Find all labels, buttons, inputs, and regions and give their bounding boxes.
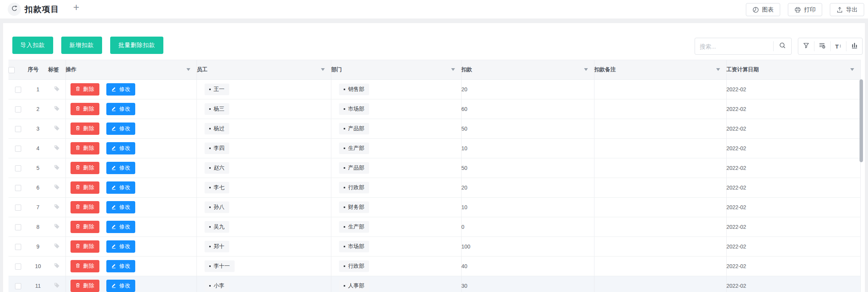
export-button[interactable]: 导出 [830,3,864,16]
row-checkbox[interactable] [15,205,21,211]
add-tab-button[interactable]: + [73,2,79,13]
chip-dot [344,89,345,90]
delete-button[interactable]: 删除 [71,201,99,213]
tag-icon[interactable] [54,86,60,93]
tag-icon[interactable] [54,262,60,270]
delete-button[interactable]: 删除 [71,280,99,292]
header-note: 扣款备注 [594,60,726,80]
tag-icon[interactable] [54,125,60,133]
batch-delete-button[interactable]: 批量删除扣款 [110,37,163,54]
delete-button[interactable]: 删除 [71,123,99,135]
delete-button[interactable]: 删除 [71,221,99,233]
filter-tool[interactable] [798,41,814,51]
edit-button[interactable]: 修改 [106,83,135,96]
row-checkbox[interactable] [15,185,21,191]
filter-caret-department[interactable] [451,68,455,73]
row-tag-cell [48,158,65,178]
filter-caret-actions[interactable] [186,68,190,73]
search-submit[interactable] [773,41,791,51]
table-settings-tool[interactable] [814,41,830,51]
chart-button[interactable]: 图表 [746,3,780,16]
row-checkbox[interactable] [15,106,21,112]
column-chart-tool[interactable] [846,41,862,51]
row-department-cell: 生产部 [331,217,461,237]
edit-button[interactable]: 修改 [106,201,135,213]
employee-chip: 李七 [205,182,229,193]
print-button[interactable]: 打印 [788,3,822,16]
row-date: 2022-02 [726,178,860,198]
edit-button[interactable]: 修改 [106,142,135,154]
edit-button[interactable]: 修改 [106,123,135,135]
pencil-icon [111,125,116,132]
tag-icon[interactable] [54,184,60,191]
row-index: 11 [28,276,48,292]
tag-icon[interactable] [54,223,60,231]
header-date: 工资计算日期 [726,60,860,80]
row-actions-cell: 删除 修改 [65,178,196,198]
edit-button[interactable]: 修改 [106,181,135,194]
chip-dot [209,167,211,169]
edit-button[interactable]: 修改 [106,240,135,253]
tag-icon[interactable] [54,105,60,113]
delete-button[interactable]: 删除 [71,240,99,253]
delete-button[interactable]: 删除 [71,83,99,96]
row-department-cell: 产品部 [331,119,461,139]
import-deduction-button[interactable]: 导入扣款 [12,37,53,54]
chip-dot [209,108,211,110]
row-index: 5 [28,158,48,178]
filter-caret-date[interactable] [850,68,854,73]
delete-button-label: 删除 [83,263,95,270]
vertical-scrollbar[interactable] [860,79,863,162]
department-name: 生产部 [348,145,364,152]
row-checkbox[interactable] [15,283,21,289]
row-checkbox[interactable] [15,165,21,171]
filter-caret-employee[interactable] [321,68,325,73]
tag-icon[interactable] [54,203,60,211]
delete-button[interactable]: 删除 [71,260,99,272]
edit-button[interactable]: 修改 [106,221,135,233]
row-index: 1 [28,80,48,99]
table-row: 7 删除 [8,198,860,217]
edit-button[interactable]: 修改 [106,280,135,292]
select-all-checkbox[interactable] [8,67,15,73]
tag-icon[interactable] [54,164,60,172]
tag-icon[interactable] [54,243,60,250]
refresh-button[interactable] [8,3,21,16]
delete-button-label: 删除 [83,86,95,93]
text-size-tool[interactable]: T↕ [830,41,846,51]
tag-icon[interactable] [54,282,60,290]
row-checkbox[interactable] [15,244,21,250]
edit-button-label: 修改 [119,243,131,250]
employee-name: 郑十 [214,243,225,250]
filter-caret-amount[interactable] [584,68,588,73]
search-input[interactable] [695,43,773,50]
delete-button[interactable]: 删除 [71,181,99,194]
filter-caret-note[interactable] [716,68,720,73]
row-checkbox[interactable] [15,87,21,93]
row-index: 8 [28,217,48,237]
edit-button[interactable]: 修改 [106,162,135,174]
row-tag-cell [48,198,65,217]
delete-button[interactable]: 删除 [71,162,99,174]
edit-button[interactable]: 修改 [106,103,135,115]
row-actions-cell: 删除 修改 [65,276,196,292]
tag-icon[interactable] [54,144,60,152]
row-actions-cell: 删除 修改 [65,99,196,119]
delete-button[interactable]: 删除 [71,142,99,154]
row-checkbox[interactable] [15,126,21,132]
trash-icon [75,223,81,230]
edit-button[interactable]: 修改 [106,260,135,272]
row-checkbox[interactable] [15,263,21,270]
row-amount: 100 [461,237,594,257]
row-amount: 50 [461,119,594,139]
row-index: 10 [28,257,48,276]
row-department-cell: 生产部 [331,139,461,158]
add-deduction-button[interactable]: 新增扣款 [61,37,102,54]
delete-button[interactable]: 删除 [71,103,99,115]
pie-chart-icon [752,7,759,13]
row-checkbox[interactable] [15,146,21,152]
row-select-cell [8,198,28,217]
header-employee-label: 员工 [197,66,208,72]
row-date: 2022-02 [726,119,860,139]
row-checkbox[interactable] [15,224,21,230]
